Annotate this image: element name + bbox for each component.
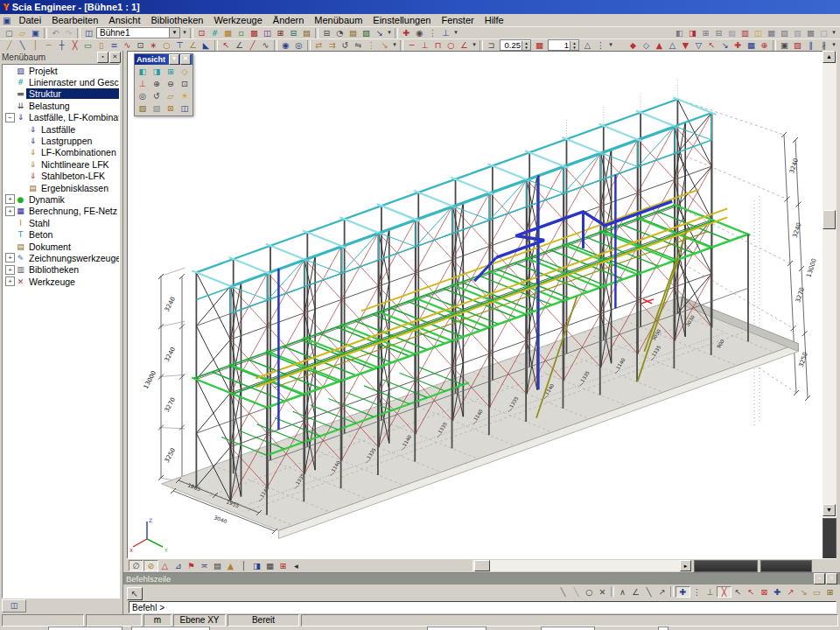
drag-icon[interactable]: ↖ — [220, 39, 233, 51]
window-group-dropdown[interactable]: ▾ — [830, 27, 837, 38]
raster-icon[interactable]: ▦ — [533, 39, 546, 51]
copy-icon[interactable]: ⇉ — [326, 39, 339, 51]
select-down-icon[interactable]: ↘ — [718, 39, 732, 51]
right-tools-dropdown[interactable]: ▾ — [830, 39, 837, 51]
node-icon[interactable]: ∗ — [147, 39, 160, 51]
half-view-icon[interactable]: ◨ — [250, 560, 263, 571]
pin-icon[interactable]: ▪ — [814, 573, 825, 584]
snap-delete-icon[interactable]: ✕ — [596, 586, 609, 598]
close-icon[interactable]: ✕ — [826, 573, 837, 584]
arc-icon[interactable]: ∿ — [259, 39, 272, 51]
clipboard-icon[interactable]: ✚ — [400, 27, 413, 38]
tree-item-belastung[interactable]: ⇊Belastung — [3, 100, 119, 111]
results-icon[interactable]: ⊟ — [287, 27, 300, 38]
tree-item-struktur[interactable]: ▬Struktur — [3, 88, 119, 100]
document-tool-icon[interactable]: ▤ — [300, 27, 313, 38]
flag-icon[interactable]: ⚑ — [185, 560, 198, 571]
cursor-mode-button[interactable]: ↖ — [127, 587, 143, 600]
window-tool-10[interactable]: ▨ — [791, 27, 804, 38]
tree-item-dokument[interactable]: ▤Dokument — [3, 241, 119, 252]
structure-tool-icon[interactable]: ▦ — [221, 27, 234, 38]
snap-active-icon[interactable]: ✚ — [676, 586, 690, 598]
window-tool-11[interactable]: ▩ — [804, 27, 817, 38]
tree-item-stahl[interactable]: IStahl — [3, 217, 119, 228]
menu-einstellungen[interactable]: Einstellungen — [368, 14, 436, 26]
print-group-dropdown[interactable]: ▾ — [386, 27, 393, 38]
shrink-icon[interactable]: ▲ — [224, 560, 237, 571]
disconnect-nodes-icon[interactable]: ◇ — [640, 39, 653, 51]
tree-item-projekt[interactable]: ▨Projekt — [3, 65, 119, 76]
ansicht-header[interactable]: Ansicht ▾ ✕ — [135, 54, 192, 65]
menu-bearbeiten[interactable]: Bearbeiten — [46, 14, 103, 26]
select-member-icon[interactable]: ╲ — [16, 39, 29, 51]
render-icon[interactable]: ▱ — [164, 90, 178, 102]
window-tool-3[interactable]: ⊞ — [699, 27, 712, 38]
project-settings-icon[interactable]: ⊡ — [195, 27, 208, 38]
command-input[interactable] — [129, 601, 836, 613]
zoom-window-icon[interactable]: ⊡ — [178, 78, 192, 90]
dim-circle-icon[interactable]: ○ — [444, 39, 458, 51]
add-grid-icon[interactable]: ⊞ — [276, 560, 290, 571]
snap-circle-icon[interactable]: ○ — [583, 586, 596, 598]
tree-item-lastgruppen[interactable]: ⇓Lastgruppen — [3, 135, 119, 146]
move-icon[interactable]: ⇄ — [312, 39, 326, 51]
tree-item-zeichnungswerkzeuge[interactable]: +✎Zeichnungswerkzeuge — [3, 252, 119, 263]
undo-icon[interactable]: ↶ — [49, 27, 62, 38]
save-icon[interactable]: ▣ — [29, 27, 42, 38]
export-view-icon[interactable]: ▨ — [791, 39, 804, 51]
step-spinner-arrows[interactable]: ▴▾ — [570, 41, 578, 50]
array-icon[interactable]: ⋮ — [365, 39, 378, 51]
haunch-icon[interactable]: ◣ — [200, 39, 213, 51]
scale-spinner[interactable]: 0.25▴▾ — [500, 39, 531, 51]
expand-icon[interactable]: + — [5, 194, 15, 204]
ucs-toolbar-icon[interactable]: ⊥ — [439, 27, 452, 38]
view-side-icon[interactable]: ◨ — [150, 66, 164, 78]
window-tool-4[interactable]: ⊟ — [712, 27, 725, 38]
select-up-icon[interactable]: ↖ — [705, 39, 718, 51]
bracing-icon[interactable]: ╳ — [68, 39, 81, 51]
combobox-arrow-icon[interactable]: ▼ — [169, 28, 179, 38]
opening-icon[interactable]: ⊡ — [134, 39, 147, 51]
menu-ansicht[interactable]: Ansicht — [103, 14, 145, 26]
align-icon[interactable]: ≍ — [198, 560, 211, 571]
snap-ortho-icon[interactable]: ⊥ — [704, 586, 717, 598]
snap-angle-icon[interactable]: ∠ — [629, 586, 642, 598]
tree-item-dynamik[interactable]: +●Dynamik — [3, 193, 119, 205]
cleat-icon[interactable]: ∠ — [186, 39, 200, 51]
polyline-icon[interactable]: ╱ — [246, 39, 259, 51]
close-icon[interactable]: ✕ — [109, 52, 121, 63]
menu--ndern[interactable]: Ändern — [268, 14, 309, 26]
snap-center-icon[interactable]: ✚ — [771, 586, 784, 598]
window-tool-9[interactable]: ▧ — [778, 27, 791, 38]
snap-group-dropdown[interactable]: ▾ — [607, 39, 614, 51]
window-tool-12[interactable]: ▢ — [817, 27, 830, 38]
zoom-in-icon[interactable]: ⊕ — [150, 78, 164, 90]
surface-view-icon[interactable]: △ — [158, 560, 172, 571]
view-top-icon[interactable]: ⊞ — [164, 66, 178, 78]
snap-line-icon[interactable]: ╲ — [556, 586, 570, 598]
snap-box-icon[interactable]: ⊠ — [758, 586, 771, 598]
grid-view-icon[interactable]: ▦ — [263, 560, 276, 571]
plate-icon[interactable]: ▭ — [81, 39, 94, 51]
support-tool-icon[interactable]: ▼ — [679, 39, 692, 51]
ucs-icon[interactable]: ⊥ — [136, 78, 150, 90]
plane-icon[interactable]: △ — [581, 39, 594, 51]
snap-tangent-icon[interactable]: ╲ — [642, 586, 655, 598]
expand-icon[interactable]: + — [5, 253, 15, 262]
tree-item-werkzeuge[interactable]: +✕Werkzeuge — [3, 276, 119, 287]
tree-item-lf-kombinationen[interactable]: ⇓LF-Kombinationen — [3, 147, 119, 158]
visibility-all-icon[interactable]: ◎ — [292, 39, 305, 51]
scroll-up-icon[interactable]: ▲ — [822, 51, 836, 63]
connect-nodes-icon[interactable]: ◆ — [626, 39, 640, 51]
tree-item-stahlbeton-lfk[interactable]: ⇓Stahlbeton-LFK — [3, 171, 119, 182]
redo-icon[interactable]: ↷ — [62, 27, 75, 38]
rendered-icon[interactable]: ⊘ — [144, 560, 158, 571]
hidden-lines-icon[interactable]: ▨ — [136, 102, 150, 115]
snap-edge-icon[interactable]: ↘ — [797, 586, 810, 598]
curve-member-icon[interactable]: ∿ — [121, 39, 134, 51]
tree-item-linienraster-und-geschosse[interactable]: #Linienraster und Geschosse — [3, 76, 119, 88]
snap-line2-icon[interactable]: ╲ — [570, 586, 583, 598]
close-icon[interactable]: ✕ — [180, 54, 191, 65]
snap-endpoint-icon[interactable]: ↖ — [732, 586, 745, 598]
zoom-previous-icon[interactable]: ↺ — [150, 90, 164, 102]
